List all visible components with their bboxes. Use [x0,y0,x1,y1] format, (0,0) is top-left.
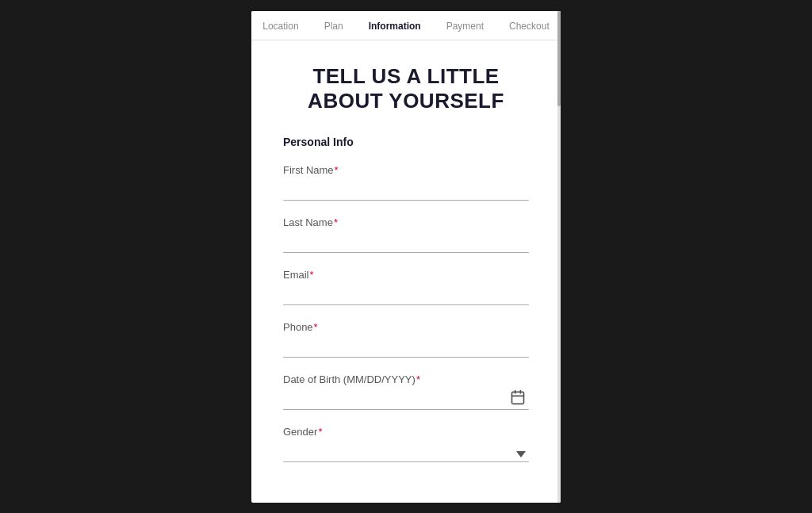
email-required: * [310,269,314,281]
page-title: TELL US A LITTLE ABOUT YOURSELF [283,64,529,113]
dob-field: Date of Birth (MM/DD/YYYY)* [283,373,529,410]
dob-required: * [416,373,420,385]
nav-item-location[interactable]: Location [262,21,298,32]
section-label: Personal Info [283,136,529,148]
gender-select[interactable]: Male Female Other Prefer not to say [283,442,529,462]
last-name-label: Last Name* [283,216,529,228]
dob-label: Date of Birth (MM/DD/YYYY)* [283,373,529,385]
first-name-label: First Name* [283,164,529,176]
email-input[interactable] [283,285,529,305]
nav-item-checkout[interactable]: Checkout [509,21,550,32]
nav-item-information[interactable]: Information [369,21,421,32]
top-nav: Location Plan Information Payment Checko… [251,11,561,40]
scrollbar-thumb[interactable] [557,11,561,106]
nav-item-plan[interactable]: Plan [324,21,343,32]
last-name-field: Last Name* [283,216,529,253]
gender-label: Gender* [283,426,529,438]
first-name-input[interactable] [283,181,529,201]
phone-label: Phone* [283,321,529,333]
email-label: Email* [283,269,529,281]
gender-wrapper: Male Female Other Prefer not to say [283,442,529,462]
last-name-required: * [334,216,338,228]
phone-input[interactable] [283,338,529,358]
last-name-input[interactable] [283,233,529,253]
main-content: TELL US A LITTLE ABOUT YOURSELF Personal… [251,40,561,496]
email-field: Email* [283,269,529,305]
first-name-field: First Name* [283,164,529,201]
calendar-icon[interactable] [510,389,526,405]
phone-required: * [314,321,318,333]
nav-item-payment[interactable]: Payment [446,21,484,32]
phone-container: Location Plan Information Payment Checko… [251,11,561,503]
first-name-required: * [335,164,339,176]
dob-input[interactable] [283,390,529,410]
dob-wrapper [283,390,529,410]
gender-required: * [318,426,322,438]
phone-field: Phone* [283,321,529,358]
svg-rect-0 [512,392,524,404]
gender-field: Gender* Male Female Other Prefer not to … [283,426,529,462]
